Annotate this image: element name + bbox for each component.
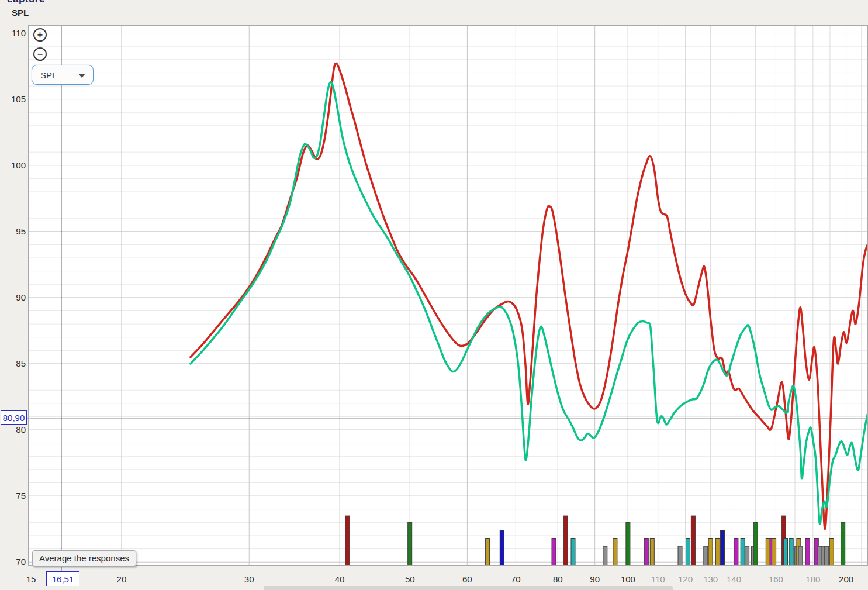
distortion-bar	[798, 546, 803, 565]
spl-chart[interactable]	[0, 0, 868, 590]
y-axis-title: SPL	[12, 8, 29, 18]
average-responses-tooltip: Average the responses	[32, 550, 136, 567]
distortion-bar	[745, 546, 749, 565]
zoom-in-button[interactable]: +	[33, 28, 47, 42]
distortion-bar	[644, 539, 648, 565]
x-tick-label: 20	[108, 573, 135, 586]
x-tick-label: 60	[454, 573, 480, 586]
distortion-bar	[500, 530, 504, 565]
distortion-bar	[772, 539, 776, 565]
distortion-bar	[486, 539, 490, 565]
x-tick-label: 40	[326, 573, 353, 586]
distortion-bar	[753, 522, 758, 565]
x-tick-label: 100	[614, 573, 641, 586]
distortion-bar	[784, 539, 788, 565]
y-tick-label: 70	[0, 556, 26, 568]
distortion-bar	[841, 522, 845, 565]
distortion-bar	[721, 530, 725, 565]
distortion-bar	[734, 539, 738, 565]
distortion-bar	[766, 539, 770, 565]
x-tick-label: 120	[672, 573, 699, 586]
y-tick-label: 100	[0, 159, 26, 172]
x-tick-label: 70	[502, 573, 529, 586]
distortion-bar	[678, 546, 682, 565]
cursor-frequency-readout: 16,51	[46, 571, 79, 586]
distortion-bar	[825, 546, 829, 565]
minus-icon: −	[37, 50, 43, 59]
cursor-spl-readout: 80,90	[1, 410, 27, 425]
chevron-down-icon	[78, 74, 85, 78]
distortion-bar	[805, 539, 810, 565]
distortion-bar	[741, 539, 745, 565]
x-tick-label: 50	[396, 573, 423, 586]
x-tick-label: 160	[762, 573, 789, 586]
x-tick-label: 30	[236, 573, 262, 586]
x-tick-label: 110	[645, 573, 672, 586]
zoom-out-button[interactable]: −	[33, 47, 47, 61]
distortion-bar	[552, 539, 556, 565]
y-tick-label: 90	[0, 291, 26, 304]
distortion-bar	[691, 516, 695, 565]
distortion-bar	[708, 539, 713, 565]
distortion-bar	[686, 539, 690, 565]
y-tick-label: 105	[0, 93, 26, 106]
distortion-bar	[345, 516, 350, 565]
plus-icon: +	[37, 30, 43, 40]
graph-type-dropdown-value: SPL	[40, 70, 57, 80]
plot-background	[28, 25, 868, 566]
y-tick-label: 80	[0, 423, 26, 436]
x-tick-label: 15	[18, 573, 44, 586]
x-tick-label: 140	[721, 573, 748, 586]
distortion-bar	[571, 539, 575, 565]
x-tick-label: 80	[544, 573, 571, 586]
window-title-clipped: capture	[7, 0, 45, 5]
distortion-bar	[613, 539, 617, 565]
distortion-bar	[715, 539, 720, 565]
distortion-bar	[603, 546, 607, 565]
graph-type-dropdown[interactable]: SPL	[32, 65, 94, 85]
y-tick-label: 75	[0, 489, 26, 502]
distortion-bar	[789, 539, 793, 565]
distortion-bar	[650, 539, 654, 565]
x-tick-label: 90	[582, 573, 608, 586]
distortion-bar	[563, 516, 568, 565]
y-tick-label: 85	[0, 357, 26, 370]
y-tick-label: 110	[0, 27, 26, 40]
distortion-bar	[704, 546, 708, 565]
y-tick-label: 95	[0, 225, 26, 238]
distortion-bar	[408, 522, 412, 565]
distortion-bar	[829, 539, 834, 565]
x-tick-label: 180	[800, 573, 826, 586]
horizontal-scrollbar-thumb[interactable]	[264, 586, 673, 590]
distortion-bar	[626, 522, 630, 565]
x-tick-label: 200	[833, 573, 860, 586]
